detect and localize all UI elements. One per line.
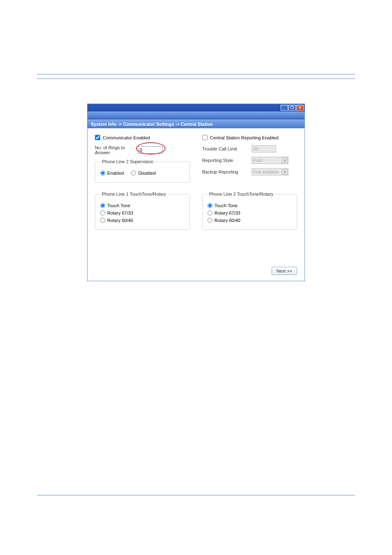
reporting-style-value: Point bbox=[253, 158, 263, 163]
minimize-button[interactable]: _ bbox=[281, 105, 288, 111]
chevron-down-icon: ▾ bbox=[282, 157, 288, 163]
phone2-touchtone-legend: Phone Line 2 TouchTone/Rotary bbox=[208, 192, 275, 197]
backup-reporting-select: First available ▾ bbox=[251, 168, 288, 176]
central-station-checkbox[interactable] bbox=[202, 135, 208, 140]
rotary6040-label: Rotary 60/40 bbox=[107, 218, 133, 223]
phone2-rotary6733-radio[interactable] bbox=[208, 210, 212, 215]
phone1-rotary6040-radio[interactable] bbox=[100, 218, 105, 223]
divider-top bbox=[37, 74, 355, 74]
rotary6733-label-2: Rotary 67/33 bbox=[214, 210, 240, 215]
divider-second bbox=[37, 79, 355, 79]
phone2-supervision-group: Phone Line 2 Supervision Enabled Disable… bbox=[95, 159, 190, 183]
titlebar: _ ❐ X bbox=[88, 104, 304, 111]
rotary6040-label-2: Rotary 60/40 bbox=[214, 218, 240, 223]
enabled-label: Enabled bbox=[107, 171, 124, 176]
backup-reporting-value: First available bbox=[253, 170, 279, 174]
phone1-touchtone-group: Phone Line 1 TouchTone/Rotary Touch Tone… bbox=[95, 192, 190, 230]
breadcrumb: System Info -> Communicator Settings -> … bbox=[88, 120, 304, 128]
header-band bbox=[88, 111, 304, 120]
trouble-call-label: Trouble Call Limit bbox=[202, 146, 247, 151]
next-button[interactable]: Next >> bbox=[272, 267, 297, 275]
trouble-call-input bbox=[251, 145, 276, 153]
phone1-touch-tone-radio[interactable] bbox=[100, 203, 105, 208]
maximize-button[interactable]: ❐ bbox=[288, 105, 296, 111]
communicator-enabled-label: Communicator Enabled bbox=[103, 135, 150, 140]
chevron-down-icon: ▾ bbox=[282, 169, 288, 175]
rotary6733-label: Rotary 67/33 bbox=[107, 210, 133, 215]
phone2-supervision-legend: Phone Line 2 Supervision bbox=[100, 159, 155, 164]
disabled-label: Disabled bbox=[138, 171, 156, 176]
content-area: Communicator Enabled No. of Rings to Ans… bbox=[88, 128, 304, 281]
close-button[interactable]: X bbox=[296, 105, 304, 111]
communicator-enabled-checkbox[interactable] bbox=[95, 135, 100, 140]
phone2-touchtone-group: Phone Line 2 TouchTone/Rotary Touch Tone… bbox=[202, 192, 297, 230]
divider-footer bbox=[37, 495, 355, 495]
touch-tone-label: Touch Tone bbox=[107, 203, 130, 208]
rings-label: No. of Rings to Answer bbox=[95, 145, 134, 155]
dialog-window: _ ❐ X System Info -> Communicator Settin… bbox=[87, 104, 305, 281]
phone2-supervision-disabled-radio[interactable] bbox=[131, 171, 136, 176]
phone1-touchtone-legend: Phone Line 1 TouchTone/Rotary bbox=[100, 192, 168, 197]
reporting-style-select: Point ▾ bbox=[251, 157, 288, 164]
backup-reporting-label: Backup Reporting bbox=[202, 169, 247, 174]
phone2-rotary6040-radio[interactable] bbox=[208, 218, 212, 223]
touch-tone-label-2: Touch Tone bbox=[214, 203, 238, 208]
phone2-touch-tone-radio[interactable] bbox=[208, 203, 212, 208]
rings-input[interactable] bbox=[138, 146, 163, 154]
central-station-label: Central Station Reporting Enabled bbox=[210, 135, 279, 140]
phone2-supervision-enabled-radio[interactable] bbox=[100, 171, 105, 176]
phone1-rotary6733-radio[interactable] bbox=[100, 210, 105, 215]
reporting-style-label: Reporting Style bbox=[202, 158, 247, 163]
